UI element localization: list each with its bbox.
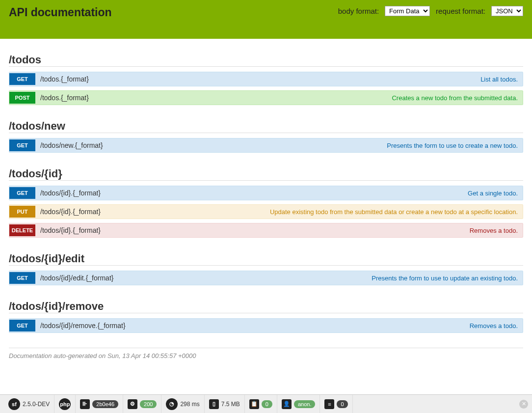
content: /todosGET/todos.{_format}List all todos.…	[0, 39, 532, 359]
endpoint-row[interactable]: DELETE/todos/{id}.{_format}Removes a tod…	[9, 223, 523, 238]
endpoint-description: Removes a todo.	[465, 224, 523, 237]
endpoint-row[interactable]: GET/todos/{id}/remove.{_format}Removes a…	[9, 318, 523, 333]
endpoint-path: /todos/{id}/edit.{_format}	[35, 271, 118, 285]
section-title: /todos/{id}/remove	[9, 300, 523, 313]
body-format-select[interactable]: Form Data	[385, 6, 430, 16]
endpoint-row[interactable]: GET/todos/new.{_format}Presents the form…	[9, 138, 523, 153]
method-badge: GET	[9, 272, 35, 284]
api-section: /todosGET/todos.{_format}List all todos.…	[9, 54, 523, 105]
method-badge: GET	[9, 320, 35, 331]
endpoint-description: Creates a new todo from the submitted da…	[387, 91, 523, 105]
page-title: API documentation	[9, 6, 338, 19]
endpoint-row[interactable]: GET/todos/{id}/edit.{_format}Presents th…	[9, 271, 523, 285]
endpoint-description: Presents the form to use to create a new…	[382, 139, 523, 152]
section-title: /todos/{id}	[9, 167, 523, 181]
api-section: /todos/{id}GET/todos/{id}.{_format}Get a…	[9, 167, 523, 238]
footer-note: Documentation auto-generated on Sun, 13 …	[9, 348, 523, 359]
request-format-select[interactable]: JSON	[491, 6, 523, 16]
endpoint-description: Presents the form to use to update an ex…	[367, 272, 523, 285]
endpoint-path: /todos/{id}.{_format}	[35, 205, 106, 219]
method-badge: GET	[9, 73, 35, 85]
endpoint-path: /todos/{id}.{_format}	[35, 223, 106, 237]
section-title: /todos	[9, 54, 523, 67]
endpoint-row[interactable]: POST/todos.{_format}Creates a new todo f…	[9, 90, 523, 105]
endpoint-path: /todos.{_format}	[35, 91, 94, 105]
endpoint-description: Get a single todo.	[463, 187, 523, 200]
method-badge: PUT	[9, 206, 35, 218]
section-title: /todos/new	[9, 120, 523, 133]
method-badge: GET	[9, 187, 35, 199]
endpoint-description: Removes a todo.	[465, 319, 523, 332]
endpoint-path: /todos.{_format}	[35, 72, 94, 86]
endpoint-description: Update existing todo from the submitted …	[265, 205, 523, 219]
header-controls: body format: Form Data request format: J…	[338, 6, 523, 16]
endpoint-path: /todos/new.{_format}	[35, 138, 108, 152]
body-format-label: body format:	[338, 7, 379, 15]
endpoint-path: /todos/{id}/remove.{_format}	[35, 319, 131, 332]
endpoint-row[interactable]: GET/todos.{_format}List all todos.	[9, 72, 523, 86]
api-section: /todos/{id}/removeGET/todos/{id}/remove.…	[9, 300, 523, 333]
endpoint-description: List all todos.	[476, 73, 523, 86]
endpoint-path: /todos/{id}.{_format}	[35, 186, 106, 200]
method-badge: POST	[9, 92, 35, 104]
api-section: /todos/{id}/editGET/todos/{id}/edit.{_fo…	[9, 252, 523, 285]
endpoint-row[interactable]: GET/todos/{id}.{_format}Get a single tod…	[9, 186, 523, 200]
section-title: /todos/{id}/edit	[9, 252, 523, 266]
endpoint-row[interactable]: PUT/todos/{id}.{_format}Update existing …	[9, 204, 523, 219]
method-badge: DELETE	[9, 224, 35, 236]
page-header: API documentation body format: Form Data…	[0, 0, 532, 39]
api-section: /todos/newGET/todos/new.{_format}Present…	[9, 120, 523, 153]
request-format-label: request format:	[436, 7, 485, 15]
method-badge: GET	[9, 139, 35, 151]
